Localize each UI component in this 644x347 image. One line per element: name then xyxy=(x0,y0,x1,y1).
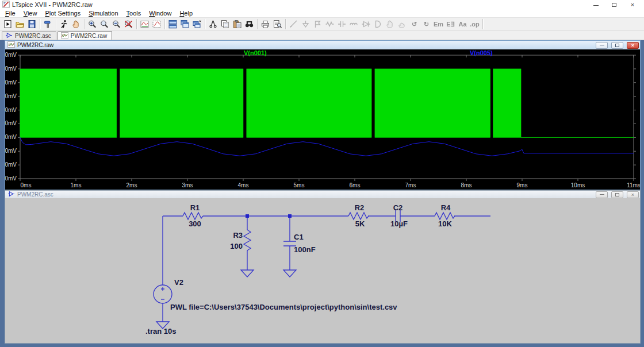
label-r3-value[interactable]: 100 xyxy=(230,242,243,250)
label-c2-name[interactable]: C2 xyxy=(393,203,403,212)
toolbar-separator xyxy=(40,19,40,29)
menu-window[interactable]: Window xyxy=(145,9,175,18)
cascade-windows-icon[interactable] xyxy=(179,18,191,30)
app-close-button[interactable]: × xyxy=(623,1,642,8)
schematic-minimize-button[interactable] xyxy=(596,191,608,198)
schematic-tab-icon xyxy=(5,32,13,40)
svg-text:100mV: 100mV xyxy=(5,65,17,72)
waveform-restore-button[interactable] xyxy=(611,42,623,49)
label-v2-value[interactable]: PWL file=C:\Users\37543\Documents\projec… xyxy=(170,303,397,311)
menu-bar: FileViewPlot SettingsSimulationToolsWind… xyxy=(0,9,644,18)
undo-icon: ↺ xyxy=(408,18,420,30)
menu-tools[interactable]: Tools xyxy=(122,9,145,18)
waveform-minimize-button[interactable] xyxy=(596,42,608,49)
toolbar-separator xyxy=(84,19,85,29)
label-r1-name[interactable]: R1 xyxy=(190,203,200,212)
zoom-area-icon[interactable] xyxy=(98,18,110,30)
label-c2-value[interactable]: 10µF xyxy=(390,219,408,228)
waveform-close-button[interactable]: × xyxy=(627,42,639,49)
svg-text:1ms: 1ms xyxy=(71,182,82,188)
svg-text:0ms: 0ms xyxy=(21,182,32,188)
toolbar-separator xyxy=(136,19,137,29)
label-r4-name[interactable]: R4 xyxy=(441,203,451,212)
svg-text:2ms: 2ms xyxy=(126,182,137,188)
schematic-restore-button[interactable] xyxy=(611,191,623,198)
trace-label-vn001[interactable]: V(n001) xyxy=(244,49,267,56)
open-icon[interactable] xyxy=(14,18,26,30)
trace-vn001-pwm-block xyxy=(120,69,243,137)
app-minimize-button[interactable] xyxy=(586,1,605,8)
trace-label-vn005[interactable]: V(n005) xyxy=(470,49,493,56)
schematic-close-button[interactable]: × xyxy=(627,191,639,198)
trace-vn001-pwm-block xyxy=(247,69,371,137)
print-icon[interactable] xyxy=(259,18,271,30)
schematic-canvas[interactable]: R1 300 R3 100 C1 100nF R2 5K C2 10µF R4 … xyxy=(5,198,640,343)
app-icon xyxy=(2,1,10,9)
waveform-plot-svg[interactable]: 0ms1ms2ms3ms4ms5ms6ms7ms8ms9ms10ms11ms12… xyxy=(5,49,640,190)
label-r2-value[interactable]: 5K xyxy=(355,219,365,228)
toolbar-separator xyxy=(164,19,165,29)
run-simulation-icon[interactable] xyxy=(58,18,70,30)
app-restore-button[interactable] xyxy=(605,1,623,8)
tab-pwm2rc.raw[interactable]: PWM2RC.raw xyxy=(57,31,112,40)
rotate-icon: E∃ xyxy=(444,18,457,30)
schematic-window-title: PWM2RC.asc xyxy=(17,191,592,198)
ground-symbol-r3 xyxy=(241,270,254,277)
menu-help[interactable]: Help xyxy=(175,9,197,18)
waveform-plot-area[interactable]: 0ms1ms2ms3ms4ms5ms6ms7ms8ms9ms10ms11ms12… xyxy=(5,49,640,190)
wire-icon xyxy=(288,18,300,30)
label-v2-name[interactable]: V2 xyxy=(174,278,183,287)
label-c1-name[interactable]: C1 xyxy=(294,233,304,241)
menu-file[interactable]: File xyxy=(1,9,20,18)
toolbar-separator xyxy=(285,19,286,29)
move-icon xyxy=(384,18,396,30)
paste-icon[interactable] xyxy=(231,18,243,30)
svg-text:-60mV: -60mV xyxy=(5,175,17,182)
menu-simulation[interactable]: Simulation xyxy=(85,9,122,18)
component-icon xyxy=(372,18,384,30)
zoom-in-icon[interactable] xyxy=(86,18,98,30)
autorange-icon[interactable] xyxy=(139,18,151,30)
schematic-svg[interactable]: R1 300 R3 100 C1 100nF R2 5K C2 10µF R4 … xyxy=(5,198,640,342)
tab-pwm2rc.asc[interactable]: PWM2RC.asc xyxy=(2,31,56,40)
label-r1-value[interactable]: 300 xyxy=(189,219,201,228)
label-r4-value[interactable]: 10K xyxy=(438,219,452,228)
menu-view[interactable]: View xyxy=(20,9,41,18)
label-r3-name[interactable]: R3 xyxy=(233,231,243,240)
resistor-r3-symbol xyxy=(244,230,251,250)
drag-icon xyxy=(396,18,408,30)
svg-text:120mV: 120mV xyxy=(5,52,17,58)
svg-text:11ms: 11ms xyxy=(627,182,640,188)
waveform-window-titlebar[interactable]: PWM2RC.raw × xyxy=(5,41,640,49)
copy-icon[interactable] xyxy=(219,18,231,30)
label-tran-directive[interactable]: .tran 10s xyxy=(145,327,176,336)
label-net-icon xyxy=(312,18,324,30)
svg-text:10ms: 10ms xyxy=(571,182,585,188)
zoom-full-icon[interactable] xyxy=(122,18,135,30)
label-c1-value[interactable]: 100nF xyxy=(294,245,316,254)
save-icon[interactable] xyxy=(26,18,38,30)
schematic-window-icon xyxy=(7,191,15,198)
zoom-out-icon[interactable] xyxy=(110,18,122,30)
run-icon[interactable] xyxy=(2,18,14,30)
label-r2-name[interactable]: R2 xyxy=(355,203,365,212)
tile-windows-icon[interactable] xyxy=(167,18,179,30)
toolbar: ↺↻EmE∃Aa.op xyxy=(0,18,644,30)
schematic-window-titlebar[interactable]: PWM2RC.asc × xyxy=(5,191,640,198)
schematic-window: PWM2RC.asc × xyxy=(5,190,641,344)
control-panel-icon[interactable] xyxy=(42,18,54,30)
cut-icon[interactable] xyxy=(207,18,219,30)
arrange-icons-icon[interactable] xyxy=(191,18,203,30)
svg-text:3ms: 3ms xyxy=(182,182,193,188)
resistor-r2-symbol xyxy=(348,213,369,219)
halt-icon[interactable] xyxy=(70,18,82,30)
toolbar-separator xyxy=(205,19,205,29)
ground-symbol-c1 xyxy=(283,270,296,277)
find-icon[interactable] xyxy=(243,18,255,30)
print-preview-icon[interactable] xyxy=(271,18,283,30)
menu-plot-settings[interactable]: Plot Settings xyxy=(41,9,85,18)
waveform-tab-icon xyxy=(61,32,68,40)
svg-text:80mV: 80mV xyxy=(5,79,17,86)
zoom-fit-icon[interactable] xyxy=(151,18,163,30)
resistor-r4-symbol xyxy=(435,213,455,219)
